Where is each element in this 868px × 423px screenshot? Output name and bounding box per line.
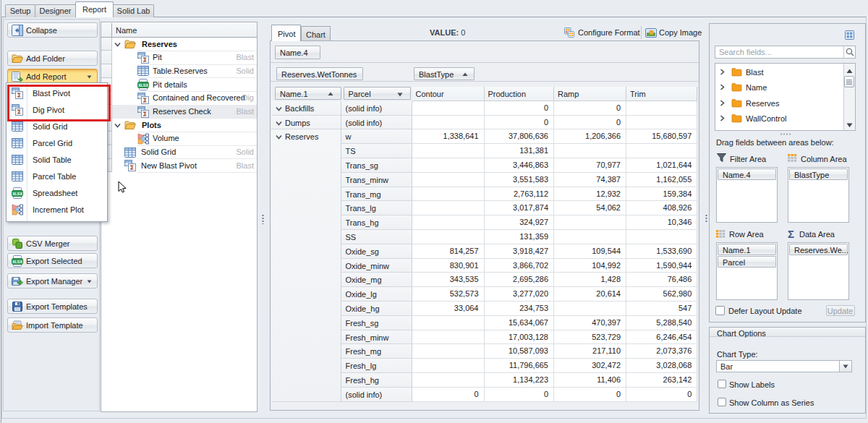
svg-text:XLSX: XLSX <box>138 83 148 87</box>
svg-text:XLSX: XLSX <box>12 192 22 196</box>
svg-text:XLSX: XLSX <box>12 260 22 264</box>
